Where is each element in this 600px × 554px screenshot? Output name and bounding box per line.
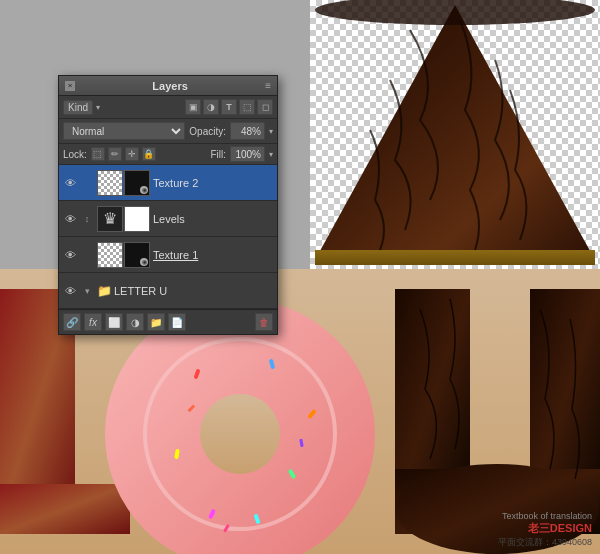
watermark-brand: 老三DESIGN <box>498 521 592 536</box>
filter-smart-icon[interactable]: ◻ <box>257 99 273 115</box>
filter-shape-icon[interactable]: ⬚ <box>239 99 255 115</box>
layer-mask-levels <box>124 206 150 232</box>
layer-thumb-texture1 <box>97 242 123 268</box>
opacity-arrow-icon: ▾ <box>269 127 273 136</box>
lock-row: Lock: ⬚ ✏ ✛ 🔒 Fill: ▾ <box>59 144 277 165</box>
layer-folder-icon: 📁 <box>97 284 111 298</box>
svg-marker-1 <box>315 250 595 265</box>
lock-all-icon[interactable]: 🔒 <box>142 147 156 161</box>
layer-clip-icon-texture2: ◉ <box>140 186 148 194</box>
delete-layer-button[interactable]: 🗑 <box>255 313 273 331</box>
layer-thumb-levels-adj: ♛ <box>97 206 123 232</box>
lock-paint-icon[interactable]: ✏ <box>108 147 122 161</box>
panel-titlebar: × Layers ≡ <box>59 76 277 96</box>
layer-mask-texture2: ◉ <box>124 170 150 196</box>
layer-link-levels: ↕ <box>80 212 94 226</box>
opacity-label: Opacity: <box>189 126 226 137</box>
lock-transparent-icon[interactable]: ⬚ <box>91 147 105 161</box>
watermark: Textbook of translation 老三DESIGN 平面交流群：4… <box>498 511 592 549</box>
cake-image-area <box>310 0 600 270</box>
svg-rect-5 <box>0 484 130 534</box>
layer-row-levels[interactable]: 👁 ↕ ♛ Levels <box>59 201 277 237</box>
link-layers-button[interactable]: 🔗 <box>63 313 81 331</box>
watermark-line1: Textbook of translation <box>498 511 592 521</box>
panel-toolbar: 🔗 fx ⬜ ◑ 📁 📄 🗑 <box>59 309 277 334</box>
filter-icons: ▣ ◑ T ⬚ ◻ <box>185 99 273 115</box>
search-row: Kind ▾ ▣ ◑ T ⬚ ◻ <box>59 96 277 119</box>
layer-clip-icon-texture1: ◉ <box>140 258 148 266</box>
layer-thumb-group-texture1: ◉ <box>97 242 150 268</box>
watermark-line3: 平面交流群：43940608 <box>498 536 592 549</box>
add-mask-button[interactable]: ⬜ <box>105 313 123 331</box>
layer-name-letter-u: LETTER U <box>114 285 273 297</box>
layer-thumb-group-texture2: ◉ <box>97 170 150 196</box>
blend-mode-row: Normal Opacity: ▾ <box>59 119 277 144</box>
lock-move-icon[interactable]: ✛ <box>125 147 139 161</box>
layer-row-letter-u[interactable]: 👁 ▾ 📁 LETTER U <box>59 273 277 309</box>
kind-arrow-icon: ▾ <box>96 103 100 112</box>
cake-svg <box>310 0 600 270</box>
fill-arrow-icon: ▾ <box>269 150 273 159</box>
svg-marker-0 <box>315 5 595 260</box>
svg-point-8 <box>200 394 280 474</box>
layers-panel: × Layers ≡ Kind ▾ ▣ ◑ T ⬚ ◻ Normal Opaci… <box>58 75 278 335</box>
layer-eye-levels[interactable]: 👁 <box>63 212 77 226</box>
layer-name-levels: Levels <box>153 213 273 225</box>
layer-eye-texture2[interactable]: 👁 <box>63 176 77 190</box>
layer-row-texture1[interactable]: 👁 ◉ Texture 1 <box>59 237 277 273</box>
adjustment-button[interactable]: ◑ <box>126 313 144 331</box>
blend-mode-select[interactable]: Normal <box>63 122 185 140</box>
filter-text-icon[interactable]: T <box>221 99 237 115</box>
panel-title: Layers <box>152 80 187 92</box>
layer-mask-texture1: ◉ <box>124 242 150 268</box>
lock-label: Lock: <box>63 149 87 160</box>
layer-thumb-group-levels: ♛ <box>97 206 150 232</box>
panel-menu-button[interactable]: ≡ <box>265 80 271 91</box>
svg-point-2 <box>315 0 595 25</box>
layer-name-texture2: Texture 2 <box>153 177 273 189</box>
layer-link-texture2 <box>80 176 94 190</box>
layer-row-texture2[interactable]: 👁 ◉ Texture 2 <box>59 165 277 201</box>
kind-dropdown[interactable]: Kind <box>63 100 93 115</box>
layer-name-texture1: Texture 1 <box>153 249 273 261</box>
new-group-button[interactable]: 📁 <box>147 313 165 331</box>
new-layer-button[interactable]: 📄 <box>168 313 186 331</box>
lock-icons: ⬚ ✏ ✛ 🔒 <box>91 147 156 161</box>
layer-eye-letter-u[interactable]: 👁 <box>63 284 77 298</box>
fx-button[interactable]: fx <box>84 313 102 331</box>
opacity-input[interactable] <box>230 122 265 140</box>
layer-thumb-texture2 <box>97 170 123 196</box>
layer-link-letter-u: ▾ <box>80 284 94 298</box>
layer-eye-texture1[interactable]: 👁 <box>63 248 77 262</box>
layer-link-texture1 <box>80 248 94 262</box>
fill-label: Fill: <box>210 149 226 160</box>
filter-adjust-icon[interactable]: ◑ <box>203 99 219 115</box>
layers-list: 👁 ◉ Texture 2 👁 ↕ ♛ <box>59 165 277 309</box>
fill-input[interactable] <box>230 146 265 162</box>
filter-pixel-icon[interactable]: ▣ <box>185 99 201 115</box>
panel-close-button[interactable]: × <box>65 81 75 91</box>
